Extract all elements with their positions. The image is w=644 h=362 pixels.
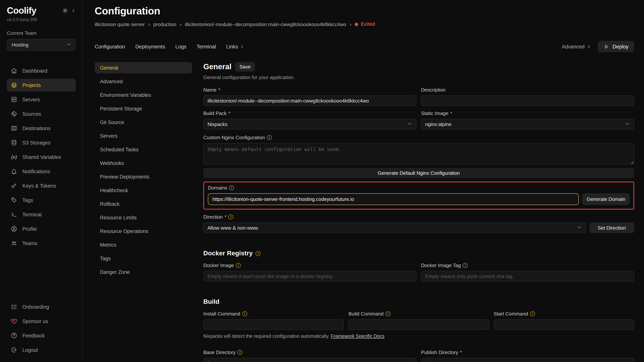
section-title: General: [203, 62, 232, 71]
team-select[interactable]: Hosting: [7, 39, 76, 51]
sidebar-item-destinations[interactable]: Destinations: [7, 122, 76, 135]
subnav-item-resource-limits[interactable]: Resource Limits: [95, 212, 192, 223]
sidebar-item-profile[interactable]: Profile: [7, 222, 76, 235]
generate-nginx-button[interactable]: Generate Default Nginx Configuration: [203, 168, 634, 178]
breadcrumb-separator: ›: [350, 21, 351, 27]
sidebar-item-sponsor-us[interactable]: Sponsor us: [7, 315, 76, 328]
sidebar-item-label: Logout: [22, 347, 38, 353]
subnav-item-preview-deployments[interactable]: Preview Deployments: [95, 171, 192, 182]
breadcrumb-application[interactable]: illicitestonion/-module--decomposition:m…: [185, 21, 346, 27]
static-image-select[interactable]: nginx:alpine: [421, 119, 634, 129]
custom-nginx-label: Custom Nginx Configuration i: [203, 135, 634, 140]
breadcrumb-project[interactable]: illicitonion quote server: [95, 21, 145, 27]
sidebar-item-dashboard[interactable]: Dashboard: [7, 64, 76, 77]
subnav-item-advanced[interactable]: Advanced: [95, 76, 192, 87]
sidebar-item-s3-storages[interactable]: S3 Storages: [7, 136, 76, 149]
deploy-button[interactable]: Deploy: [598, 41, 634, 52]
subnav-item-webhooks[interactable]: Webhooks: [95, 157, 192, 169]
subnav-item-healthcheck[interactable]: Healthcheck: [95, 185, 192, 196]
build-pack-value: Nixpacks: [208, 121, 228, 127]
sidebar-item-teams[interactable]: Teams: [7, 237, 76, 250]
sidebar: Coolify v4.0.0-beta.399 Current Team Hos…: [0, 0, 82, 362]
sidebar-item-terminal[interactable]: Terminal: [7, 208, 76, 221]
domains-input[interactable]: [208, 193, 579, 205]
docker-registry-title: Docker Registry: [203, 250, 253, 257]
sidebar-item-onboarding[interactable]: Onboarding: [7, 300, 76, 313]
docker-image-tag-input[interactable]: [421, 271, 634, 281]
framework-docs-link[interactable]: Framework Specific Docs: [331, 334, 384, 339]
subnav-item-tags[interactable]: Tags: [95, 253, 192, 264]
status-label: Exited: [361, 21, 375, 27]
subnav-item-scheduled-tasks[interactable]: Scheduled Tasks: [95, 144, 192, 155]
subnav-item-general[interactable]: General: [95, 62, 192, 73]
tab-bar: Configuration Deployments Logs Terminal …: [95, 41, 634, 52]
tab-configuration[interactable]: Configuration: [95, 44, 125, 49]
sidebar-item-label: S3 Storages: [22, 140, 50, 145]
domains-error-box: Domains i Generate Domain: [203, 182, 634, 210]
layers-icon: [10, 82, 18, 88]
sidebar-collapse-icon[interactable]: [71, 8, 76, 15]
set-direction-button[interactable]: Set Direction: [589, 222, 634, 233]
base-directory-label-text: Base Directory: [203, 350, 236, 355]
sidebar-item-servers[interactable]: Servers: [7, 93, 76, 106]
docker-image-input[interactable]: [203, 271, 416, 281]
advanced-menu[interactable]: Advanced: [562, 44, 591, 49]
sidebar-item-notifications[interactable]: Notifications: [7, 165, 76, 178]
sidebar-item-tags[interactable]: Tags: [7, 194, 76, 207]
sidebar-item-shared-variables[interactable]: (x) Shared Variables: [7, 151, 76, 163]
heart-icon: [10, 318, 18, 325]
save-button[interactable]: Save: [235, 62, 255, 71]
chevron-down-icon: [625, 121, 630, 127]
section-subtitle: General configuration for your applicati…: [203, 74, 634, 80]
subnav-item-environment-variables[interactable]: Environment Variables: [95, 89, 192, 101]
sidebar-item-label: Shared Variables: [22, 154, 61, 160]
direction-select[interactable]: Allow www & non-www.: [203, 222, 586, 233]
sidebar-item-logout[interactable]: Logout: [7, 344, 76, 356]
sidebar-item-sources[interactable]: Sources: [7, 107, 76, 120]
install-command-input[interactable]: [203, 319, 344, 330]
sidebar-item-feedback[interactable]: Feedback: [7, 329, 76, 342]
subnav-item-rollback[interactable]: Rollback: [95, 198, 192, 210]
subnav-item-persistent-storage[interactable]: Persistent Storage: [95, 103, 192, 114]
name-label: Name *: [203, 87, 416, 93]
sidebar-item-label: Profile: [22, 226, 37, 232]
theme-toggle-sun-icon[interactable]: [62, 7, 68, 15]
static-image-value: nginx:alpine: [425, 121, 452, 127]
subnav-item-danger-zone[interactable]: Danger Zone: [95, 266, 192, 278]
tab-links[interactable]: Links: [226, 44, 244, 49]
tab-terminal[interactable]: Terminal: [197, 44, 216, 49]
subnav-item-resource-operations[interactable]: Resource Operations: [95, 225, 192, 237]
subnav-item-metrics[interactable]: Metrics: [95, 239, 192, 250]
sidebar-item-label: Terminal: [22, 212, 42, 217]
tab-links-label: Links: [226, 44, 238, 49]
app-window: Coolify v4.0.0-beta.399 Current Team Hos…: [0, 0, 644, 362]
description-input[interactable]: [421, 95, 634, 106]
info-icon: i: [386, 311, 390, 316]
tab-deployments[interactable]: Deployments: [135, 44, 165, 49]
build-pack-label-text: Build Pack: [203, 110, 226, 116]
sidebar-item-label: Notifications: [22, 169, 50, 174]
start-command-input[interactable]: [494, 319, 634, 330]
chevron-down-icon: [407, 121, 412, 127]
subnav-item-servers[interactable]: Servers: [95, 130, 192, 141]
domains-label: Domains i: [208, 185, 630, 191]
custom-nginx-textarea[interactable]: [203, 143, 634, 165]
generate-domain-button[interactable]: Generate Domain: [582, 193, 630, 205]
breadcrumb-environment[interactable]: production: [153, 21, 176, 27]
sidebar-item-projects[interactable]: Projects: [7, 79, 76, 91]
tag-icon: [10, 197, 18, 204]
base-directory-input[interactable]: [203, 358, 416, 362]
sidebar-item-label: Keys & Tokens: [22, 183, 56, 189]
start-command-label-text: Start Command: [494, 311, 528, 317]
build-command-input[interactable]: [348, 319, 489, 330]
subnav-item-git-source[interactable]: Git Source: [95, 116, 192, 128]
docker-image-label-text: Docker Image: [203, 263, 234, 268]
required-marker: *: [218, 87, 220, 93]
publish-directory-input[interactable]: [421, 358, 634, 362]
sidebar-nav: Dashboard Projects Servers Sources Desti…: [7, 64, 76, 250]
sidebar-item-label: Sponsor us: [22, 318, 48, 324]
sidebar-item-keys-tokens[interactable]: Keys & Tokens: [7, 179, 76, 192]
name-input[interactable]: [203, 95, 416, 106]
build-pack-select[interactable]: Nixpacks: [203, 119, 416, 129]
tab-logs[interactable]: Logs: [175, 44, 186, 49]
